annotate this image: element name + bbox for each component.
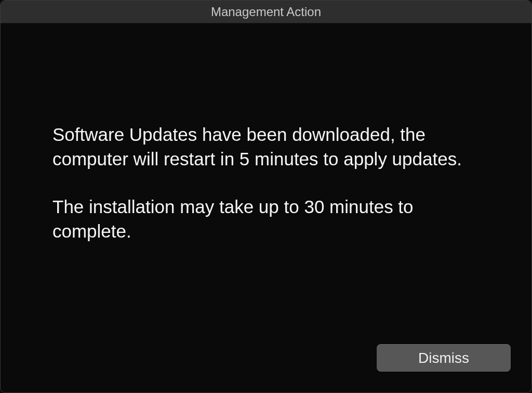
dialog-window: Management Action Software Updates have … [0, 0, 532, 393]
dialog-content: Software Updates have been downloaded, t… [1, 23, 531, 344]
dialog-message: Software Updates have been downloaded, t… [52, 122, 480, 266]
message-paragraph-2: The installation may take up to 30 minut… [52, 194, 480, 244]
dismiss-button[interactable]: Dismiss [377, 344, 511, 372]
titlebar: Management Action [1, 1, 531, 23]
message-paragraph-1: Software Updates have been downloaded, t… [52, 122, 480, 172]
dialog-footer: Dismiss [1, 344, 531, 392]
window-title: Management Action [211, 5, 321, 19]
